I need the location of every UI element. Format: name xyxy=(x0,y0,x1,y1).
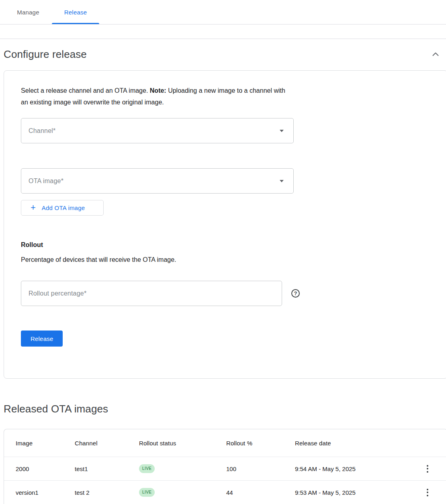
column-header-release-date: Release date xyxy=(295,440,416,447)
question-mark-glyph: ? xyxy=(294,290,297,296)
released-ota-images-title: Released OTA images xyxy=(4,403,108,415)
ota-image-select[interactable]: OTA image* xyxy=(21,168,294,194)
rollout-input-row: ? xyxy=(21,281,446,306)
status-badge: LIVE xyxy=(139,488,155,497)
row-menu-button[interactable] xyxy=(422,462,433,475)
column-header-rollout-status: Rollout status xyxy=(139,440,226,447)
table-header-row: Image Channel Rollout status Rollout % R… xyxy=(4,429,446,457)
rollout-description: Percentage of devices that will receive … xyxy=(21,256,446,263)
table-row: 2000 test1 LIVE 100 9:54 AM - May 5, 202… xyxy=(4,457,446,480)
tab-manage-label: Manage xyxy=(17,9,39,16)
tab-manage[interactable]: Manage xyxy=(4,0,52,24)
column-header-channel: Channel xyxy=(75,440,139,447)
tab-release[interactable]: Release xyxy=(52,0,99,24)
cell-rollout-pct: 100 xyxy=(226,465,295,472)
release-note: Select a release channel and an OTA imag… xyxy=(21,85,293,108)
cell-rollout-status: LIVE xyxy=(139,464,226,473)
configure-release-title: Configure release xyxy=(4,48,87,61)
tab-bar: Manage Release xyxy=(0,0,446,24)
released-ota-images-table: Image Channel Rollout status Rollout % R… xyxy=(4,429,446,504)
tab-release-label: Release xyxy=(64,9,87,16)
rollout-percentage-input[interactable] xyxy=(21,281,282,306)
chevron-up-icon xyxy=(430,49,441,59)
column-header-rollout-pct: Rollout % xyxy=(226,440,295,447)
configure-release-header: Configure release xyxy=(4,45,442,63)
cell-release-date: 9:53 AM - May 5, 2025 xyxy=(295,489,416,496)
cell-channel: test1 xyxy=(75,465,139,472)
section-divider xyxy=(0,39,446,39)
status-badge: LIVE xyxy=(139,464,155,473)
release-button[interactable]: Release xyxy=(21,331,63,347)
cell-release-date: 9:54 AM - May 5, 2025 xyxy=(295,465,416,472)
dropdown-arrow-icon xyxy=(280,180,284,182)
row-menu-button[interactable] xyxy=(422,486,433,499)
cell-image: version1 xyxy=(16,489,75,496)
collapse-section-button[interactable] xyxy=(430,48,442,60)
note-bold: Note: xyxy=(150,87,166,94)
help-icon[interactable]: ? xyxy=(291,289,300,298)
ota-image-select-label: OTA image* xyxy=(29,178,63,185)
add-ota-image-button[interactable]: + Add OTA image xyxy=(21,200,104,216)
add-ota-image-label: Add OTA image xyxy=(42,204,85,211)
kebab-icon xyxy=(427,465,428,467)
channel-select-label: Channel* xyxy=(29,127,55,135)
channel-select[interactable]: Channel* xyxy=(21,118,294,143)
cell-rollout-status: LIVE xyxy=(139,488,226,497)
plus-icon: + xyxy=(31,203,36,212)
cell-channel: test 2 xyxy=(75,489,139,496)
configure-release-card: Select a release channel and an OTA imag… xyxy=(4,70,446,379)
kebab-icon xyxy=(427,489,428,490)
rollout-heading: Rollout xyxy=(21,241,446,249)
dropdown-arrow-icon xyxy=(280,130,284,132)
note-text: Select a release channel and an OTA imag… xyxy=(21,87,150,94)
cell-rollout-pct: 44 xyxy=(226,489,295,496)
cell-image: 2000 xyxy=(16,465,75,472)
column-header-image: Image xyxy=(16,440,75,447)
table-row: version1 test 2 LIVE 44 9:53 AM - May 5,… xyxy=(4,480,446,504)
